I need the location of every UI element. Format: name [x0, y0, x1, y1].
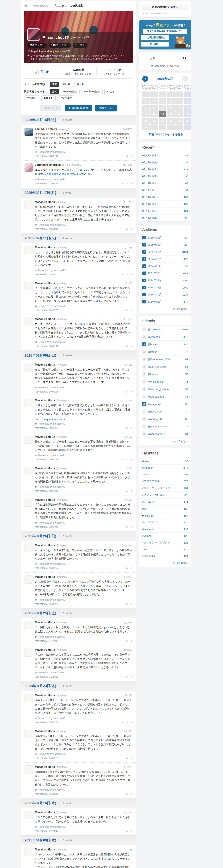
friend-row[interactable]: @imgur 77: [139, 348, 191, 355]
hashtag-row[interactable]: #ピクシブ百科事典 220: [139, 492, 191, 498]
calendar-day-cell[interactable]: 27: [167, 118, 175, 124]
tweet-avatar[interactable]: [25, 694, 33, 702]
tweet-author-name[interactable]: Masahiro Hotta: [35, 544, 55, 547]
user-page-button[interactable]: @sonicboy73: [65, 105, 92, 111]
like-icon[interactable]: ♥: [131, 602, 132, 606]
like-icon[interactable]: ♥: [131, 182, 132, 185]
tweet-author-name[interactable]: Masahiro Hotta: [35, 498, 55, 501]
friend-row[interactable]: @YouTube 8998: [139, 326, 191, 333]
group-date[interactable]: 2025年02月17日(月): [25, 190, 56, 195]
tweet-author-name[interactable]: Masahiro Hotta: [35, 435, 55, 438]
recent-row[interactable]: 03月19日(水) 43: [139, 152, 191, 159]
friend-row[interactable]: @Amazon 1175: [139, 333, 191, 340]
tweet-avatar[interactable]: [25, 246, 33, 254]
tweet-timestamp[interactable]: 2月17日: [124, 201, 132, 204]
reply-icon[interactable]: ↩: [121, 345, 124, 348]
calendar-day-cell[interactable]: 28: [176, 118, 183, 124]
calendar-day-cell[interactable]: 11: [150, 105, 158, 111]
retweeted-at[interactable]: retweeted at 01:27:14: [35, 640, 58, 642]
tweet-timestamp[interactable]: 1月25日: [124, 621, 132, 624]
friend-row[interactable]: @anony_83 33: [139, 415, 191, 423]
retweet-icon[interactable]: ⇄: [126, 273, 128, 276]
tweet-author-name[interactable]: Masahiro Hotta: [35, 399, 55, 402]
reply-icon[interactable]: ↩: [121, 458, 124, 461]
calendar-day-cell[interactable]: 8: [184, 98, 191, 104]
like-icon[interactable]: ♥: [131, 345, 132, 348]
group-date[interactable]: 2025年01月16日(木): [25, 801, 56, 806]
tweet-author-name[interactable]: Masahiro Hotta: [35, 648, 55, 651]
tweet-author-name[interactable]: Masahiro Hotta: [35, 200, 55, 204]
hashtag-row[interactable]: #ニコニコ動画 370: [139, 477, 191, 485]
retweet-icon[interactable]: ⇄: [126, 756, 128, 760]
friend-row[interactable]: @magotto3 35: [139, 400, 191, 408]
reply-icon[interactable]: ↩: [121, 792, 124, 796]
recent-row[interactable]: 02月16日(日) 107: [139, 193, 191, 200]
tweet-author-name[interactable]: Masahiro Hotta: [35, 730, 55, 733]
archives-show-all-link[interactable]: すべて表示 »: [139, 305, 191, 313]
archive-row[interactable]: ≡2025年02月 1732: [139, 241, 191, 248]
hashtag-row[interactable]: #vtuber 128: [139, 532, 191, 539]
reply-icon[interactable]: ↩: [121, 675, 124, 678]
hashtag-row[interactable]: #animetick 133: [139, 526, 191, 532]
twilog-plan-ad-banner[interactable]: twilogに課金プランが 登場！ ログを自動保存して取得漏れなし ログ取得制限…: [139, 20, 191, 50]
tweet-timestamp[interactable]: 2月11日: [124, 318, 132, 321]
calendar-day-cell[interactable]: 13: [167, 105, 175, 111]
tweet-author-handle[interactable]: @hottaqu: [57, 246, 67, 249]
tweet-author-handle[interactable]: @hottaqu: [57, 576, 67, 578]
tweet-avatar[interactable]: [25, 435, 33, 443]
show-option-button[interactable]: 全て: [50, 89, 59, 94]
hashtag-row[interactable]: #shorts 593: [139, 471, 191, 477]
tweet-author-name[interactable]: Masahiro Hotta: [35, 848, 55, 851]
home-icon[interactable]: [24, 4, 27, 7]
tweet-timestamp[interactable]: 1月25日: [124, 648, 132, 652]
like-icon[interactable]: ♥: [131, 721, 132, 724]
calendar-day-cell[interactable]: 6: [167, 98, 175, 104]
retweet-icon[interactable]: ⇄: [126, 345, 128, 348]
retweeted-at[interactable]: retweeted at 15:39:55: [35, 757, 58, 760]
group-date[interactable]: 2025年01月09日(木): [25, 838, 56, 843]
tweet-author-handle[interactable]: @hottaqu: [57, 694, 67, 696]
like-icon[interactable]: ♥: [131, 756, 132, 760]
list-count-pill[interactable]: 1リスト: [73, 43, 87, 48]
show-option-button[interactable]: RTのみ: [104, 89, 117, 94]
tweet-inline-link[interactable]: detail.chiebukuro.yahoo.co.jp/qa/questio…: [38, 173, 93, 175]
retweet-icon[interactable]: ⇄: [126, 830, 128, 833]
recent-row[interactable]: 02月13日(木) 92: [139, 214, 191, 221]
tweet-avatar[interactable]: [25, 363, 33, 372]
follower-count-pill[interactable]: 143フォロワー: [49, 43, 71, 48]
retweeted-at[interactable]: retweeted at 00:56:25: [35, 390, 58, 393]
tweet-avatar[interactable]: [25, 317, 33, 326]
tweet-author-name[interactable]: Masahiro Hotta: [35, 575, 55, 579]
tweet-author-handle[interactable]: @hottaqu: [57, 811, 67, 814]
friend-row[interactable]: @onsoku_inu 45: [139, 378, 191, 385]
calendar-day-cell[interactable]: 31: [142, 124, 150, 130]
tweet-timestamp[interactable]: 1月23日: [124, 730, 132, 733]
tweet-avatar[interactable]: [25, 282, 33, 290]
refresh-button[interactable]: 最新の情報に更新する: [142, 4, 188, 10]
retweet-icon[interactable]: ⇄: [126, 566, 128, 569]
reply-icon[interactable]: ↩: [121, 227, 124, 230]
archive-row[interactable]: ≡2025年01月 3194: [139, 248, 191, 255]
like-icon[interactable]: ♥: [131, 390, 132, 393]
calendar-day-cell[interactable]: 24: [142, 118, 150, 124]
calendar-day-cell[interactable]: 26: [159, 118, 166, 124]
group-date[interactable]: 2025年01月25日(土): [25, 611, 56, 616]
reply-icon[interactable]: ↩: [121, 390, 124, 393]
retweet-icon[interactable]: ⇄: [126, 792, 128, 796]
tweet-avatar[interactable]: [25, 730, 33, 738]
show-option-button[interactable]: Replyを除く: [61, 89, 79, 94]
show-option-button[interactable]: 画像含む: [41, 95, 56, 101]
reply-icon[interactable]: ↩: [121, 830, 124, 833]
breadcrumb-user[interactable]: @sonicboy73: [33, 4, 49, 7]
calendar-next-icon[interactable]: ›: [182, 76, 188, 82]
tweet-author-handle[interactable]: @hottaqu: [57, 648, 67, 651]
group-date[interactable]: 2025年01月26日(日): [25, 534, 56, 538]
tweet-author-handle[interactable]: @_JonHendricks_: [62, 163, 82, 166]
retweet-icon[interactable]: ⇄: [126, 489, 128, 493]
calendar-day-cell[interactable]: 4: [150, 98, 158, 104]
hashtags-show-all-link[interactable]: すべて表示 »: [139, 559, 191, 567]
and-search-radio[interactable]: AND検索: [151, 64, 165, 67]
retweeted-at[interactable]: retweeted at 00:53:43: [35, 490, 58, 492]
friend-row[interactable]: @namidame_h 31: [139, 430, 191, 437]
prev-page-button[interactable]: ‹ 前のページ: [40, 105, 62, 112]
